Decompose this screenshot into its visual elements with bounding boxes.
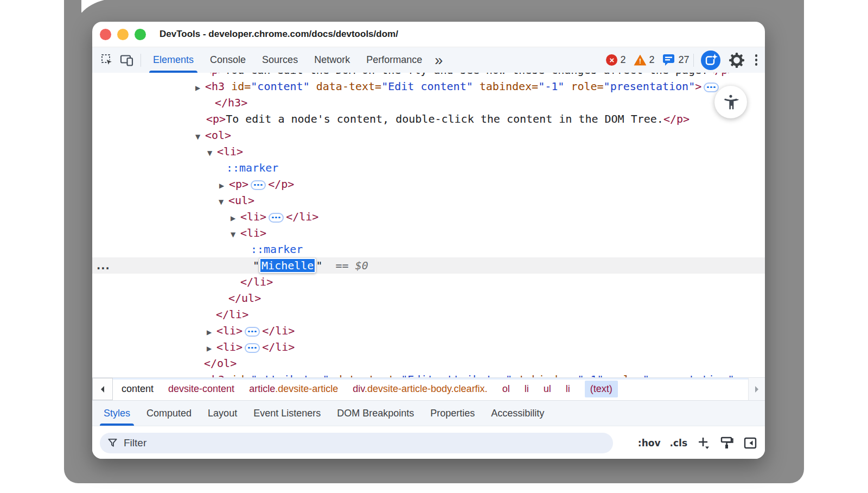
sidebar-tab-styles[interactable]: Styles (95, 401, 138, 426)
sidebar-tab-event-listeners[interactable]: Event Listeners (245, 401, 329, 426)
inline-ellipsis-button[interactable] (704, 83, 719, 92)
code-segment (604, 373, 610, 377)
code-segment: </p> (663, 112, 690, 125)
element-classes-button[interactable]: .cls (670, 438, 687, 448)
sidebar-tab-computed[interactable]: Computed (138, 401, 200, 426)
issues-badge[interactable]: 27 (662, 54, 689, 66)
errors-badge[interactable]: × 2 (606, 54, 626, 66)
collapse-arrow-icon[interactable]: ▼ (207, 145, 217, 161)
expand-arrow-icon[interactable]: ▶ (195, 373, 205, 377)
selected-text-editor[interactable]: Michelle (259, 258, 316, 273)
inline-ellipsis-button[interactable] (245, 343, 260, 353)
minimize-window-button[interactable] (117, 29, 129, 40)
tab-performance[interactable]: Performance (358, 47, 430, 73)
inspect-element-button[interactable] (98, 50, 117, 70)
ellipsis-dot (260, 184, 263, 186)
code-segment (329, 373, 336, 377)
ellipsis-dot (710, 86, 712, 89)
dom-tree-row[interactable]: ..."Michelle" == $0 (92, 257, 765, 274)
tab-label: Layout (208, 408, 237, 419)
dom-tree-row[interactable]: </li> (92, 306, 765, 323)
dom-tree-row[interactable]: ▶<h3 id="content" data-text="Edit conten… (92, 78, 765, 94)
format-paint-button[interactable] (720, 436, 734, 450)
breadcrumb-item[interactable]: devsite-content (168, 383, 234, 395)
collapse-arrow-icon[interactable]: ▼ (231, 226, 240, 243)
dom-tree-row[interactable]: ▶<p></p> (92, 176, 765, 192)
dom-tree-row[interactable]: ▼<ul> (92, 192, 765, 208)
code-segment: <li> (216, 340, 242, 353)
toggle-sidebar-button[interactable] (743, 436, 757, 450)
code-segment (349, 259, 355, 272)
breadcrumb-list: contentdevsite-contentarticle.devsite-ar… (113, 378, 748, 400)
tab-network[interactable]: Network (306, 47, 358, 73)
sidebar-tab-layout[interactable]: Layout (200, 401, 245, 426)
code-segment: id (231, 80, 244, 93)
toggle-device-toolbar-button[interactable] (117, 50, 137, 70)
more-panels-button[interactable]: » (430, 48, 447, 72)
code-segment: "Edit content" (381, 80, 473, 93)
panel-tabs: ElementsConsoleSourcesNetworkPerformance (145, 47, 430, 73)
settings-button[interactable] (727, 50, 746, 70)
sidebar-tab-accessibility[interactable]: Accessibility (483, 401, 552, 426)
expand-arrow-icon[interactable]: ▶ (219, 178, 229, 194)
breadcrumb-item[interactable]: li (525, 383, 529, 395)
tab-elements[interactable]: Elements (145, 47, 202, 73)
breadcrumb-item[interactable]: (text) (585, 381, 618, 397)
code-segment: " (316, 259, 322, 272)
tab-sources[interactable]: Sources (254, 47, 306, 73)
toggle-element-state-button[interactable]: :hov (638, 438, 661, 448)
dom-tree-row[interactable]: ▼<li> (92, 143, 765, 160)
filter-input[interactable]: Filter (100, 433, 613, 453)
breadcrumb-item[interactable]: ol (502, 383, 510, 395)
dom-tree-row[interactable]: ▼<ol> (92, 127, 765, 143)
accessibility-floating-button[interactable] (714, 86, 747, 118)
inline-ellipsis-button[interactable] (251, 180, 266, 190)
breadcrumb-item[interactable]: div.devsite-article-body.clearfix. (353, 383, 487, 395)
more-menu-button[interactable] (753, 52, 760, 68)
dom-tree-row[interactable]: ▶<li></li> (92, 323, 765, 339)
warning-icon: ! (634, 55, 646, 66)
expand-arrow-icon[interactable]: ▶ (195, 80, 205, 96)
sidebar-tab-properties[interactable]: Properties (422, 401, 483, 426)
tab-label: Computed (146, 408, 192, 419)
collapse-arrow-icon[interactable]: ▼ (219, 194, 228, 210)
code-segment: id (231, 373, 244, 377)
new-style-rule-button[interactable] (697, 436, 711, 450)
breadcrumb-item[interactable]: ul (544, 383, 551, 395)
expand-arrow-icon[interactable]: ▶ (231, 210, 240, 226)
dom-tree-row[interactable]: ::marker (92, 241, 765, 257)
dom-tree-row[interactable]: ▶<h3 id="attributes" data-text="Edit att… (92, 371, 765, 377)
breadcrumb-scroll-right-button[interactable] (748, 378, 765, 400)
dom-tree-row[interactable]: ▶<li></li> (92, 208, 765, 225)
breadcrumb-item[interactable]: content (122, 383, 154, 395)
dom-tree-row[interactable]: ▼<li> (92, 225, 765, 241)
dom-tree-row[interactable]: <p>To edit a node's content, double-clic… (92, 111, 765, 127)
dom-tree: <p>You can edit the DOM on the fly and s… (92, 73, 765, 377)
dom-tree-row[interactable]: </li> (92, 274, 765, 290)
status-badges: × 2 ! 2 27 (606, 54, 689, 66)
tab-console[interactable]: Console (202, 47, 254, 73)
zoom-window-button[interactable] (135, 29, 146, 40)
breadcrumb-item[interactable]: article.devsite-article (249, 383, 338, 395)
dom-tree-row[interactable]: ▶<li></li> (92, 339, 765, 355)
sidebar-tab-dom-breakpoints[interactable]: DOM Breakpoints (329, 401, 422, 426)
inline-ellipsis-button[interactable] (245, 327, 260, 337)
dom-tree-row[interactable]: ::marker (92, 160, 765, 176)
expand-arrow-icon[interactable]: ▶ (207, 340, 216, 357)
dom-tree-row[interactable]: </ol> (92, 355, 765, 371)
crumb-part: .devsite-article-body.clearfix. (365, 383, 488, 394)
crumb-part: article (249, 383, 275, 394)
breadcrumb-item[interactable]: li (566, 383, 570, 395)
dom-tree-row[interactable]: </h3> (92, 94, 765, 111)
expand-arrow-icon[interactable]: ▶ (207, 324, 216, 340)
breadcrumb-scroll-left-button[interactable] (92, 378, 113, 400)
dom-tree-row[interactable]: </ul> (92, 290, 765, 306)
collapse-arrow-icon[interactable]: ▼ (195, 129, 205, 145)
warnings-badge[interactable]: ! 2 (634, 54, 654, 66)
tab-label: Event Listeners (253, 408, 321, 419)
inline-ellipsis-button[interactable] (269, 213, 284, 223)
code-segment: = (532, 80, 538, 93)
close-window-button[interactable] (100, 29, 111, 40)
ai-assistance-button[interactable] (701, 50, 720, 70)
dom-tree-row[interactable]: <p>You can edit the DOM on the fly and s… (92, 73, 765, 78)
